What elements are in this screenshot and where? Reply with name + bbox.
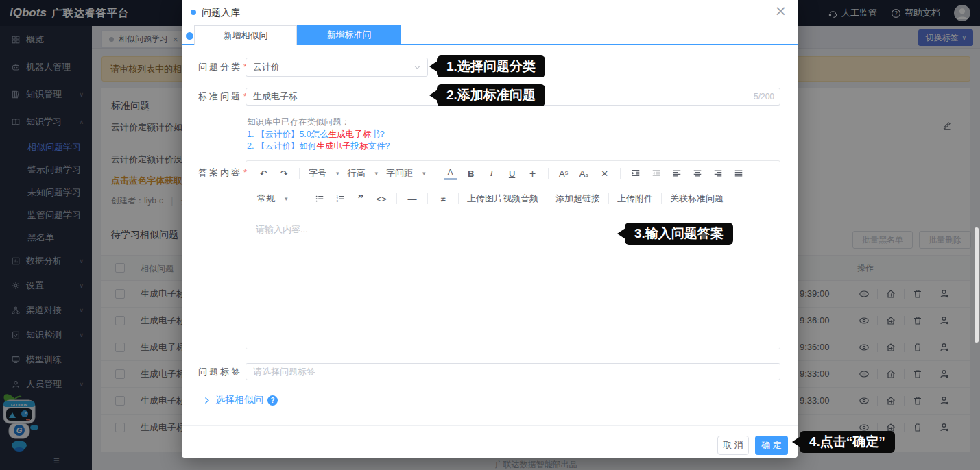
tab-add-similar-question[interactable]: 新增相似问	[194, 25, 297, 45]
choose-similar-toggle[interactable]: 选择相似问 ?	[202, 394, 278, 406]
cancel-button[interactable]: 取 消	[717, 436, 749, 455]
clear-style-icon[interactable]: ✕	[598, 169, 612, 179]
dialog-tabs: 新增相似问 新增标准问	[182, 25, 798, 45]
numbered-list-icon[interactable]	[333, 194, 347, 204]
divider	[547, 193, 547, 204]
answer-placeholder: 请输入内容...	[256, 223, 308, 236]
chevron-right-icon	[202, 396, 211, 405]
superscript-icon[interactable]: Aˢ	[557, 169, 571, 179]
category-label: 问题分类*	[198, 58, 247, 77]
divider	[396, 193, 397, 204]
outdent-icon[interactable]	[649, 169, 663, 179]
divider	[299, 168, 300, 179]
chevron-down-icon: ▾	[422, 170, 426, 177]
align-justify-icon[interactable]	[732, 169, 745, 179]
standard-question-label: 标准问题*	[198, 88, 247, 106]
dialog-title: 问题入库	[202, 0, 240, 25]
indent-icon[interactable]	[629, 169, 643, 179]
line-height-dropdown[interactable]: 行高▾	[348, 167, 379, 180]
confirm-button[interactable]: 确 定	[755, 436, 788, 455]
divider	[427, 193, 428, 204]
blockquote-icon[interactable]: ”	[354, 195, 368, 202]
editor-toolbar-row1: ↶ ↷ 字号▾ 行高▾ 字间距▾ A B I U T Aˢ Aₛ ✕	[246, 161, 780, 186]
clear-format-icon[interactable]: ≠	[436, 194, 450, 204]
callout-step3: 3.输入问题答案	[625, 223, 733, 245]
divider	[548, 168, 549, 179]
tab-add-standard-question[interactable]: 新增标准问	[297, 25, 401, 45]
undo-icon[interactable]: ↶	[256, 169, 270, 179]
scrollbar-thumb[interactable]	[975, 227, 979, 343]
chevron-down-icon	[413, 63, 422, 72]
subscript-icon[interactable]: Aₛ	[577, 169, 591, 179]
callout-step2: 2.添加标准问题	[437, 84, 545, 106]
close-icon[interactable]: ×	[774, 3, 787, 19]
tag-label: 问题标签	[198, 363, 242, 380]
callout-step4: 4.点击“确定”	[800, 431, 895, 453]
paragraph-format-dropdown[interactable]: 常规▾	[257, 193, 305, 205]
title-dot	[191, 10, 196, 15]
divider	[458, 193, 459, 204]
divider	[608, 193, 609, 204]
screen: iQbots 广联达睿答平台 人工监管 帮助文档 概览 机器人管理	[0, 0, 980, 470]
answer-label: 答案内容*	[198, 166, 247, 179]
divider	[435, 168, 435, 179]
chevron-down-icon: ▾	[285, 195, 288, 202]
existing-similar-hints: 知识库中已存在类似问题： 1. 【云计价】5.0怎么生成电子标书? 2. 【云计…	[247, 116, 390, 153]
divider	[754, 168, 754, 179]
category-value: 云计价	[253, 58, 280, 76]
editor-toolbar-row2: 常规▾ ” <> — ≠ 上传图片视频音频 添加超链接 上传附件 关联标准问题	[246, 186, 780, 211]
upload-attachment-button[interactable]: 上传附件	[617, 193, 653, 205]
bold-icon[interactable]: B	[464, 169, 478, 179]
font-color-icon[interactable]: A	[444, 167, 457, 180]
tag-field	[246, 363, 780, 380]
upload-media-button[interactable]: 上传图片视频音频	[467, 193, 538, 205]
redo-icon[interactable]: ↷	[277, 169, 291, 179]
align-center-icon[interactable]	[691, 169, 704, 179]
code-icon[interactable]: <>	[374, 194, 388, 204]
divider	[661, 193, 662, 204]
italic-icon[interactable]: I	[485, 168, 499, 179]
bullet-list-icon[interactable]	[313, 194, 326, 204]
chevron-down-icon: ▾	[375, 170, 379, 177]
strikethrough-icon[interactable]: T	[526, 169, 540, 179]
align-left-icon[interactable]	[670, 169, 684, 179]
char-counter: 5/200	[754, 88, 774, 105]
divider	[182, 425, 798, 426]
help-tooltip-icon[interactable]: ?	[267, 395, 278, 406]
category-select[interactable]: 云计价	[246, 58, 428, 77]
tag-input[interactable]	[246, 364, 780, 380]
similar-question-link[interactable]: 2. 【云计价】如何生成电子投标文件?	[247, 140, 390, 153]
font-size-dropdown[interactable]: 字号▾	[309, 167, 339, 180]
chevron-down-icon: ▾	[336, 170, 339, 177]
link-standard-question-button[interactable]: 关联标准问题	[670, 193, 724, 205]
underline-icon[interactable]: U	[505, 169, 519, 179]
similar-question-link[interactable]: 1. 【云计价】5.0怎么生成电子标书?	[247, 129, 390, 141]
horizontal-rule-icon[interactable]: —	[405, 194, 419, 204]
align-right-icon[interactable]	[711, 169, 725, 179]
rich-text-editor: ↶ ↷ 字号▾ 行高▾ 字间距▾ A B I U T Aˢ Aₛ ✕	[246, 160, 780, 349]
callout-step1: 1.选择问题分类	[437, 55, 545, 77]
dialog-header: 问题入库 ×	[182, 0, 798, 25]
letter-spacing-dropdown[interactable]: 字间距▾	[386, 167, 426, 180]
divider	[620, 168, 621, 179]
add-hyperlink-button[interactable]: 添加超链接	[555, 193, 600, 205]
